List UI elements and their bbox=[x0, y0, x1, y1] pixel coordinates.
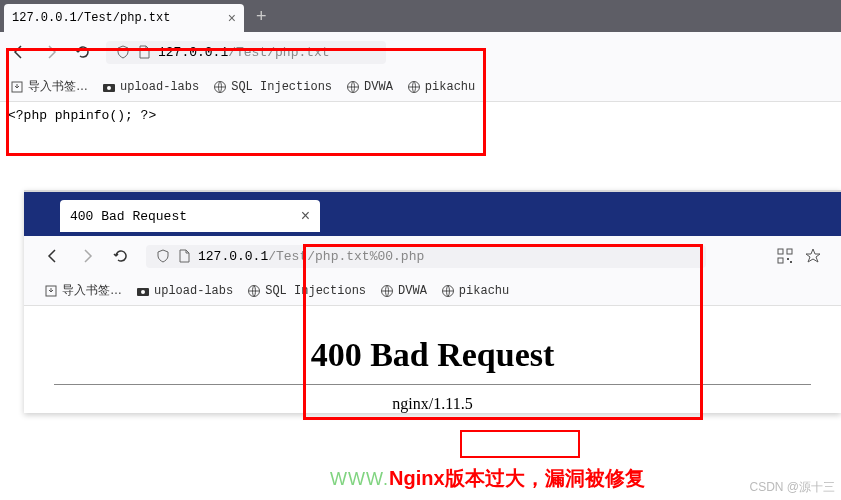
import-bookmarks[interactable]: 导入书签… bbox=[44, 282, 122, 299]
bookmark-label: DVWA bbox=[398, 284, 427, 298]
url-text: 127.0.0.1/Test/php.txt bbox=[158, 45, 330, 60]
browser-tab[interactable]: 127.0.0.1/Test/php.txt × bbox=[4, 4, 244, 32]
globe-icon bbox=[441, 284, 455, 298]
import-label: 导入书签… bbox=[28, 78, 88, 95]
bookmark-upload-labs[interactable]: upload-labs bbox=[102, 80, 199, 94]
svg-rect-9 bbox=[787, 258, 789, 260]
csdn-watermark: CSDN @源十三 bbox=[749, 479, 835, 496]
globe-icon bbox=[407, 80, 421, 94]
import-label: 导入书签… bbox=[62, 282, 122, 299]
bookmark-pikachu[interactable]: pikachu bbox=[441, 284, 509, 298]
bookmark-label: upload-labs bbox=[120, 80, 199, 94]
forward-button[interactable] bbox=[42, 43, 60, 61]
watermark-prefix: WWW. bbox=[330, 469, 389, 489]
address-bar[interactable]: 127.0.0.1/Test/php.txt bbox=[106, 41, 386, 64]
tab-bar: 400 Bad Request × bbox=[24, 192, 841, 236]
toolbar-right bbox=[777, 248, 821, 264]
new-tab-button[interactable]: + bbox=[256, 6, 267, 27]
nav-toolbar: 127.0.0.1/Test/php.txt%00.php bbox=[24, 236, 841, 276]
bookmarks-bar: 导入书签… upload-labs SQL Injections DVWA pi… bbox=[24, 276, 841, 306]
bookmark-dvwa[interactable]: DVWA bbox=[346, 80, 393, 94]
star-icon[interactable] bbox=[805, 248, 821, 264]
import-icon bbox=[44, 284, 58, 298]
bookmark-dvwa[interactable]: DVWA bbox=[380, 284, 427, 298]
svg-point-2 bbox=[107, 86, 111, 90]
browser-window-2: 400 Bad Request × 127.0.0.1/Test/php.txt… bbox=[24, 190, 841, 413]
svg-rect-10 bbox=[790, 261, 792, 263]
close-icon[interactable]: × bbox=[228, 10, 236, 26]
import-bookmarks[interactable]: 导入书签… bbox=[10, 78, 88, 95]
tab-title: 127.0.0.1/Test/php.txt bbox=[12, 11, 170, 25]
error-heading: 400 Bad Request bbox=[24, 336, 841, 374]
camera-icon bbox=[136, 284, 150, 298]
globe-icon bbox=[213, 80, 227, 94]
url-text: 127.0.0.1/Test/php.txt%00.php bbox=[198, 249, 424, 264]
divider bbox=[54, 384, 811, 385]
bookmarks-bar: 导入书签… upload-labs SQL Injections DVWA pi… bbox=[0, 72, 841, 102]
camera-icon bbox=[102, 80, 116, 94]
bookmark-label: pikachu bbox=[459, 284, 509, 298]
highlight-box-3 bbox=[460, 430, 580, 458]
page-content: 400 Bad Request nginx/1.11.5 bbox=[24, 306, 841, 413]
shield-icon bbox=[156, 249, 170, 263]
globe-icon bbox=[247, 284, 261, 298]
page-content: <?php phpinfo(); ?> bbox=[0, 102, 841, 129]
svg-rect-7 bbox=[787, 249, 792, 254]
nav-toolbar: 127.0.0.1/Test/php.txt bbox=[0, 32, 841, 72]
bookmark-label: DVWA bbox=[364, 80, 393, 94]
forward-button[interactable] bbox=[78, 247, 96, 265]
back-button[interactable] bbox=[44, 247, 62, 265]
close-icon[interactable]: × bbox=[301, 207, 310, 225]
bookmark-sql-injections[interactable]: SQL Injections bbox=[213, 80, 332, 94]
address-bar[interactable]: 127.0.0.1/Test/php.txt%00.php bbox=[146, 245, 706, 268]
reload-button[interactable] bbox=[112, 247, 130, 265]
bookmark-label: SQL Injections bbox=[265, 284, 366, 298]
bookmark-label: pikachu bbox=[425, 80, 475, 94]
server-version: nginx/1.11.5 bbox=[386, 395, 478, 413]
annotation-text: WWW.Nginx版本过大，漏洞被修复 bbox=[330, 465, 645, 492]
page-icon bbox=[138, 45, 150, 59]
reload-button[interactable] bbox=[74, 43, 92, 61]
browser-tab[interactable]: 400 Bad Request × bbox=[60, 200, 320, 232]
back-button[interactable] bbox=[10, 43, 28, 61]
bookmark-label: SQL Injections bbox=[231, 80, 332, 94]
tab-bar: 127.0.0.1/Test/php.txt × + bbox=[0, 0, 841, 32]
bookmark-pikachu[interactable]: pikachu bbox=[407, 80, 475, 94]
page-icon bbox=[178, 249, 190, 263]
svg-rect-6 bbox=[778, 249, 783, 254]
svg-point-13 bbox=[141, 290, 145, 294]
shield-icon bbox=[116, 45, 130, 59]
import-icon bbox=[10, 80, 24, 94]
globe-icon bbox=[380, 284, 394, 298]
bookmark-sql-injections[interactable]: SQL Injections bbox=[247, 284, 366, 298]
bookmark-upload-labs[interactable]: upload-labs bbox=[136, 284, 233, 298]
browser-window-1: 127.0.0.1/Test/php.txt × + 127.0.0.1/Tes… bbox=[0, 0, 841, 129]
tab-title: 400 Bad Request bbox=[70, 209, 187, 224]
globe-icon bbox=[346, 80, 360, 94]
qr-icon[interactable] bbox=[777, 248, 793, 264]
bookmark-label: upload-labs bbox=[154, 284, 233, 298]
svg-rect-8 bbox=[778, 258, 783, 263]
